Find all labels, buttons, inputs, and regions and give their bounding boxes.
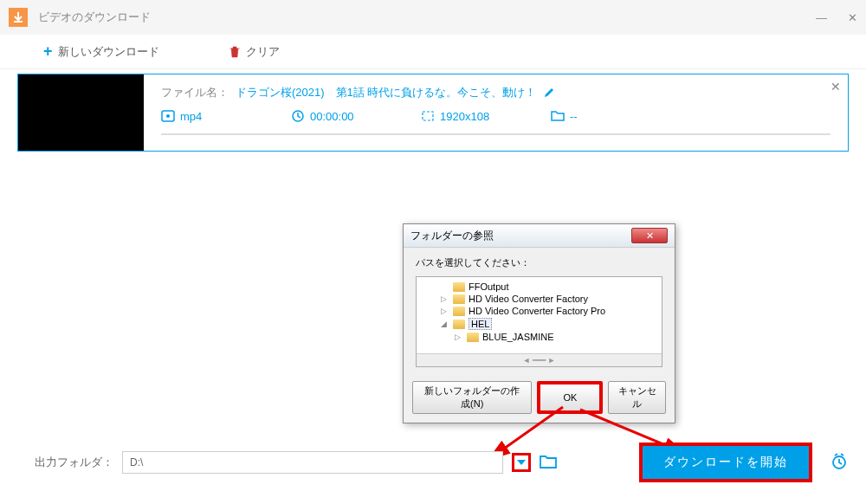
start-download-button[interactable]: ダウンロードを開始: [639, 443, 812, 482]
folder-icon: [453, 320, 465, 329]
tree-item-label: HEL: [469, 318, 492, 330]
tree-item[interactable]: ▷HD Video Converter Factory Pro: [418, 305, 660, 317]
minimize-button[interactable]: —: [816, 11, 827, 24]
format-icon: [161, 109, 175, 123]
tree-expand-icon[interactable]: ◢: [441, 320, 449, 328]
folder-value: --: [570, 110, 578, 123]
path-dropdown-button[interactable]: [512, 453, 531, 472]
tree-expand-icon[interactable]: ▷: [455, 333, 463, 341]
item-close-button[interactable]: ✕: [830, 80, 841, 94]
tree-item[interactable]: ▷HD Video Converter Factory: [418, 293, 660, 305]
tree-item[interactable]: FFOutput: [418, 281, 660, 293]
ok-button[interactable]: OK: [537, 381, 603, 414]
format-value: mp4: [180, 110, 202, 123]
titlebar: ビデオのダウンロード — ✕: [0, 0, 866, 35]
clear-button[interactable]: クリア: [229, 44, 280, 60]
video-thumbnail: [18, 74, 144, 151]
svg-rect-3: [423, 112, 433, 120]
folder-icon: [467, 333, 479, 342]
cancel-button[interactable]: キャンセル: [608, 381, 666, 414]
clock-icon: [291, 109, 305, 123]
tree-item[interactable]: ◢HEL: [418, 317, 660, 331]
new-download-label: 新しいダウンロード: [58, 44, 159, 60]
svg-point-1: [166, 114, 170, 118]
toolbar: + 新しいダウンロード クリア: [0, 35, 866, 69]
folder-icon: [453, 307, 465, 316]
folder-tree[interactable]: FFOutput▷HD Video Converter Factory▷HD V…: [416, 276, 662, 367]
plus-icon: +: [43, 42, 53, 61]
tree-item-label: BLUE_JASMINE: [482, 332, 554, 342]
new-folder-button[interactable]: 新しいフォルダーの作成(N): [412, 381, 532, 414]
folder-icon: [551, 109, 565, 123]
tree-expand-icon[interactable]: ▷: [441, 294, 449, 303]
dialog-close-button[interactable]: ✕: [631, 228, 668, 243]
tree-item-label: FFOutput: [469, 281, 508, 292]
file-name-label: ファイル名：: [161, 85, 229, 100]
folder-browse-dialog: フォルダーの参照 ✕ パスを選択してください： FFOutput▷HD Vide…: [403, 223, 675, 423]
edit-icon[interactable]: [543, 87, 555, 99]
output-path-input[interactable]: [122, 451, 503, 474]
resolution-icon: [421, 109, 435, 123]
tree-item[interactable]: ▷BLUE_JASMINE: [418, 331, 660, 343]
window-title: ビデオのダウンロード: [38, 10, 151, 25]
output-folder-label: 出力フォルダ：: [35, 455, 113, 470]
file-name: ドラゴン桜(2021) 第1話 時代に負けるな。今こそ、動け！: [236, 85, 536, 100]
close-button[interactable]: ✕: [848, 11, 857, 24]
clear-label: クリア: [246, 44, 280, 60]
dialog-instruction: パスを選択してください：: [416, 256, 662, 269]
schedule-icon[interactable]: [830, 452, 849, 474]
tree-item-label: HD Video Converter Factory Pro: [469, 306, 605, 316]
app-icon: [9, 8, 28, 27]
horizontal-scrollbar[interactable]: ◄ ━━━ ►: [417, 353, 662, 366]
bottom-bar: 出力フォルダ： ダウンロードを開始: [35, 443, 849, 482]
resolution-value: 1920x108: [440, 110, 489, 123]
progress-bar: [161, 133, 830, 135]
tree-expand-icon[interactable]: ▷: [441, 307, 449, 315]
trash-icon: [229, 46, 241, 58]
browse-folder-button[interactable]: [540, 455, 557, 471]
folder-icon: [453, 282, 465, 292]
duration-value: 00:00:00: [310, 110, 354, 123]
tree-item-label: HD Video Converter Factory: [469, 294, 588, 304]
dialog-title: フォルダーの参照: [410, 229, 494, 243]
download-item: ファイル名： ドラゴン桜(2021) 第1話 時代に負けるな。今こそ、動け！ m…: [17, 74, 849, 152]
new-download-button[interactable]: + 新しいダウンロード: [43, 42, 159, 61]
folder-icon: [453, 294, 465, 304]
